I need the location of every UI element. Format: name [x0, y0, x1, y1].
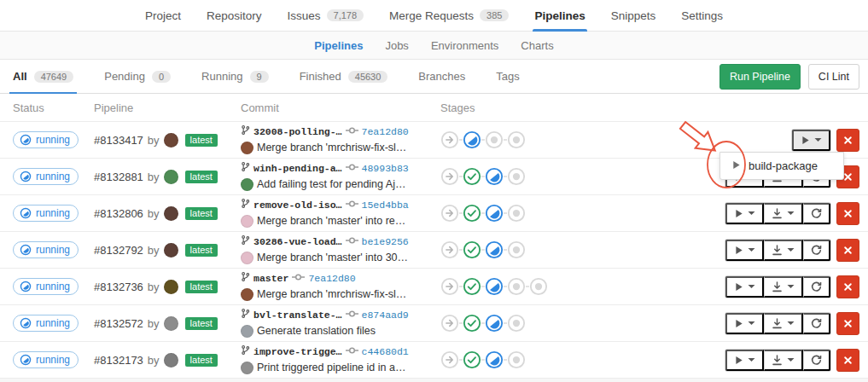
play-dropdown-button[interactable]	[725, 276, 764, 298]
sub-nav-item-charts[interactable]: Charts	[521, 39, 553, 52]
status-badge-running[interactable]: running	[13, 168, 79, 185]
artifacts-dropdown-button[interactable]	[764, 203, 803, 224]
branch-name-link[interactable]: remove-old-iso…	[253, 199, 342, 213]
stage-icon-running[interactable]	[485, 167, 504, 186]
commit-message-link[interactable]: Print triggered pipeline id in a…	[257, 360, 405, 375]
branch-name-link[interactable]: winh-pending-a…	[253, 162, 342, 177]
pipeline-id-link[interactable]: #8132736	[94, 281, 143, 293]
stage-icon-empty[interactable]	[507, 240, 526, 259]
top-nav-item-pipelines[interactable]: Pipelines	[534, 0, 585, 32]
sub-nav-item-environments[interactable]: Environments	[431, 39, 498, 52]
branch-name-link[interactable]: bvl-translate-…	[253, 309, 342, 323]
status-badge-running[interactable]: running	[13, 351, 79, 368]
pipeline-id-link[interactable]: #8133417	[94, 134, 143, 147]
commit-sha-link[interactable]: 15ed4bba	[362, 199, 409, 213]
top-nav-item-issues[interactable]: Issues7,178	[287, 0, 364, 32]
stage-icon-arrow[interactable]	[440, 277, 459, 296]
run-pipeline-button[interactable]: Run Pipeline	[719, 64, 801, 90]
user-avatar[interactable]	[164, 316, 178, 331]
stage-icon-empty[interactable]	[507, 350, 526, 369]
stage-icon-arrow[interactable]	[440, 130, 459, 149]
top-nav-item-settings[interactable]: Settings	[681, 0, 723, 32]
commit-sha-link[interactable]: 7ea12d80	[308, 272, 355, 286]
pipeline-id-link[interactable]: #8132572	[94, 317, 143, 330]
play-dropdown-button[interactable]	[725, 240, 764, 261]
status-badge-running[interactable]: running	[13, 131, 79, 148]
artifacts-dropdown-button[interactable]	[764, 313, 803, 334]
dropdown-item-build-package[interactable]: build-package	[720, 156, 843, 176]
cancel-pipeline-button[interactable]	[836, 129, 859, 152]
stage-icon-empty[interactable]	[507, 130, 526, 149]
stage-icon-success[interactable]	[463, 204, 481, 223]
stage-icon-running[interactable]	[485, 277, 504, 296]
stage-icon-arrow[interactable]	[440, 240, 459, 259]
top-nav-item-merge-requests[interactable]: Merge Requests385	[389, 0, 509, 32]
user-avatar[interactable]	[164, 280, 178, 294]
sub-nav-item-jobs[interactable]: Jobs	[385, 39, 408, 52]
user-avatar[interactable]	[164, 353, 178, 368]
play-dropdown-button[interactable]	[725, 203, 764, 224]
stage-icon-success[interactable]	[463, 167, 481, 186]
status-badge-running[interactable]: running	[13, 315, 79, 332]
stage-icon-arrow[interactable]	[440, 167, 459, 186]
user-avatar[interactable]	[164, 243, 178, 258]
status-badge-running[interactable]: running	[13, 241, 79, 258]
branch-name-link[interactable]: master	[253, 272, 288, 286]
pipeline-id-link[interactable]: #8132881	[94, 171, 143, 183]
filter-tab-finished[interactable]: Finished45630	[300, 60, 388, 94]
user-avatar[interactable]	[164, 170, 178, 184]
status-badge-running[interactable]: running	[13, 278, 79, 295]
artifacts-dropdown-button[interactable]	[764, 350, 803, 371]
stage-icon-empty[interactable]	[507, 167, 526, 186]
commit-message-link[interactable]: Merge branch 'mrchrisw-fix-sl…	[257, 286, 406, 302]
cancel-pipeline-button[interactable]	[836, 349, 859, 372]
stage-icon-empty[interactable]	[529, 277, 548, 296]
ci-lint-button[interactable]: CI Lint	[808, 64, 859, 90]
stage-icon-success[interactable]	[463, 314, 481, 333]
commit-sha-link[interactable]: e874aad9	[362, 309, 409, 323]
pipeline-id-link[interactable]: #8132173	[94, 354, 143, 367]
user-avatar[interactable]	[164, 133, 178, 148]
stage-icon-running[interactable]	[485, 204, 504, 223]
filter-tab-running[interactable]: Running9	[201, 60, 269, 94]
branch-name-link[interactable]: 32008-polling-…	[253, 125, 342, 140]
cancel-pipeline-button[interactable]	[836, 239, 859, 262]
retry-pipeline-button[interactable]	[803, 276, 830, 298]
stage-icon-success[interactable]	[463, 277, 481, 296]
commit-message-link[interactable]: Merge branch 'mrchrisw-fix-sl…	[257, 140, 406, 155]
stage-icon-running[interactable]	[463, 130, 481, 149]
retry-pipeline-button[interactable]	[803, 313, 830, 334]
user-avatar[interactable]	[164, 206, 178, 221]
top-nav-item-repository[interactable]: Repository	[207, 0, 262, 32]
status-badge-running[interactable]: running	[13, 205, 79, 222]
stage-icon-running[interactable]	[485, 314, 504, 333]
top-nav-item-snippets[interactable]: Snippets	[611, 0, 656, 32]
stage-icon-success[interactable]	[463, 350, 481, 369]
commit-message-link[interactable]: Merge branch 'master' into 30…	[257, 250, 408, 265]
stage-icon-empty[interactable]	[507, 277, 526, 296]
cancel-pipeline-button[interactable]	[836, 275, 859, 298]
cancel-pipeline-button[interactable]	[836, 312, 859, 335]
filter-tab-pending[interactable]: Pending0	[104, 60, 171, 94]
stage-icon-empty[interactable]	[485, 130, 504, 149]
pipeline-id-link[interactable]: #8132792	[94, 244, 143, 257]
play-dropdown-button[interactable]	[792, 130, 830, 151]
play-dropdown-button[interactable]	[725, 313, 764, 334]
filter-tab-all[interactable]: All47649	[13, 60, 73, 94]
stage-icon-success[interactable]	[463, 240, 481, 259]
stage-icon-running[interactable]	[485, 350, 504, 369]
commit-message-link[interactable]: Merge branch 'master' into re…	[257, 213, 405, 229]
retry-pipeline-button[interactable]	[803, 350, 830, 371]
play-dropdown-button[interactable]	[725, 350, 764, 371]
stage-icon-empty[interactable]	[507, 314, 526, 333]
stage-icon-empty[interactable]	[507, 204, 526, 223]
commit-message-link[interactable]: Generate translation files	[257, 323, 376, 339]
stage-icon-arrow[interactable]	[440, 204, 459, 223]
commit-message-link[interactable]: Add failing test for pending Aj…	[257, 177, 405, 192]
cancel-pipeline-button[interactable]	[836, 202, 859, 225]
stage-icon-running[interactable]	[485, 240, 504, 259]
branch-name-link[interactable]: improve-trigge…	[253, 345, 342, 360]
pipeline-id-link[interactable]: #8132806	[94, 207, 143, 220]
stage-icon-arrow[interactable]	[440, 314, 459, 333]
retry-pipeline-button[interactable]	[803, 240, 830, 261]
